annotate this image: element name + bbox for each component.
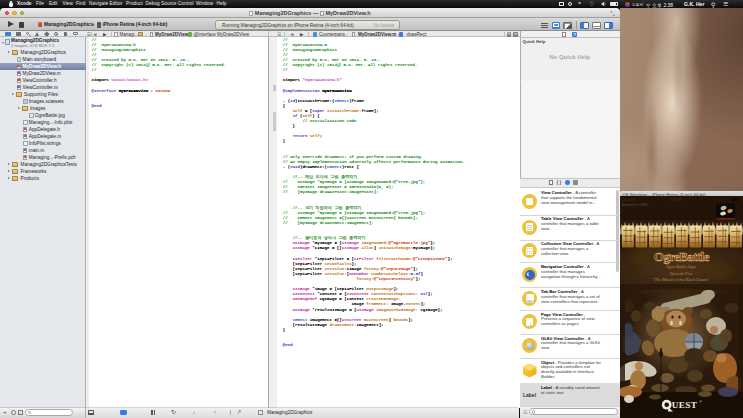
svg-text:"The March of the Black Queen": "The March of the Black Queen" [653,277,710,282]
svg-text:UEST: UEST [672,401,698,411]
svg-text:Ogre Battle Saga: Ogre Battle Saga [666,264,696,269]
svg-text:Episode Five: Episode Five [669,271,693,276]
svg-text:2:38 PM: 2:38 PM [670,198,682,202]
svg-text:Nintendo(®••••••)/PRO: Nintendo(®••••••)/PRO [622,203,648,207]
svg-text:OgreBattle: OgreBattle [654,250,710,264]
svg-text:Carrier ☰: Carrier ☰ [622,198,636,202]
